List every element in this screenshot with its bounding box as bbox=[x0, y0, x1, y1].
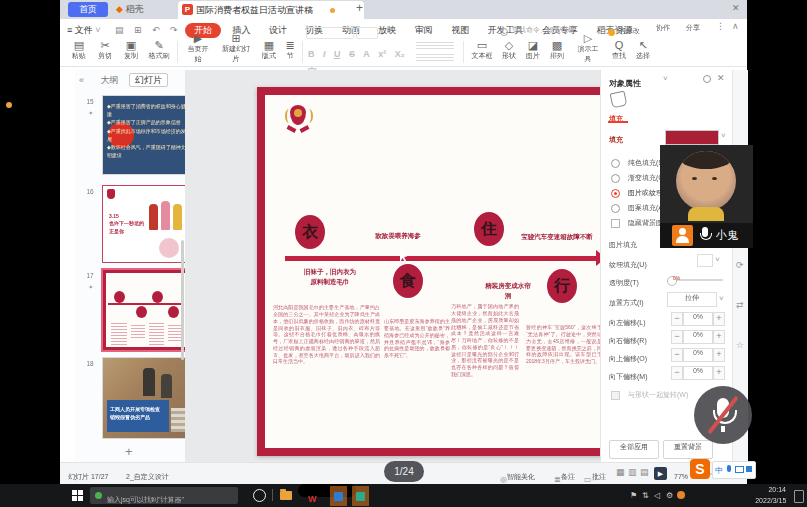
shell-tab[interactable]: ◆ 稻壳 bbox=[116, 2, 143, 17]
thumbnails-scrollbar[interactable] bbox=[181, 240, 184, 360]
sogou-logo[interactable]: S bbox=[690, 459, 710, 479]
format-painter-button[interactable]: ✎ 格式刷 bbox=[144, 39, 174, 65]
radio-picture-texture-fill[interactable] bbox=[611, 189, 620, 198]
star-icon[interactable]: ☆ bbox=[736, 340, 744, 350]
chevron-down-icon[interactable]: ˅ bbox=[663, 74, 668, 83]
tray-settings-icon[interactable]: ⚙ bbox=[666, 491, 673, 500]
pin-icon[interactable] bbox=[703, 75, 711, 83]
offset-left-minus[interactable]: − bbox=[671, 312, 683, 326]
notes-button[interactable]: 备注 bbox=[561, 472, 575, 482]
picture-button[interactable]: ◪ 图片 bbox=[521, 39, 545, 65]
tray-network-icon[interactable]: ⇅ bbox=[642, 491, 649, 500]
underline-button[interactable]: U bbox=[332, 49, 343, 59]
placement-dropdown-icon[interactable]: ˅ bbox=[719, 294, 724, 303]
tray-browser-icon[interactable] bbox=[677, 491, 685, 499]
copy-button[interactable]: ▣ 复制 bbox=[118, 39, 144, 65]
collapse-ribbon-icon[interactable]: ∧ bbox=[732, 21, 739, 31]
align-icons[interactable] bbox=[416, 42, 454, 51]
apply-all-button[interactable]: 全部应用 bbox=[609, 440, 659, 459]
view-sorter-icon[interactable]: ▥ bbox=[628, 467, 637, 477]
file-explorer-icon[interactable] bbox=[280, 491, 292, 500]
subscript-button[interactable]: X₂ bbox=[393, 49, 407, 59]
placement-select[interactable]: 拉伸 bbox=[667, 292, 717, 307]
offset-up-value[interactable]: 0% bbox=[683, 348, 713, 362]
texture-dropdown-icon[interactable]: ˅ bbox=[715, 255, 720, 264]
home-tab[interactable]: 首页 bbox=[68, 2, 108, 17]
window-close-button[interactable]: ✕ bbox=[732, 3, 740, 13]
texture-fill-box[interactable] bbox=[697, 254, 713, 267]
offset-up-minus[interactable]: − bbox=[671, 348, 683, 362]
cut-button[interactable]: ✂ 剪切 bbox=[92, 39, 118, 65]
collapse-panel-button[interactable]: « bbox=[79, 75, 84, 85]
wps-writer-icon[interactable]: W bbox=[308, 494, 317, 504]
play-from-current-button[interactable]: ▶ 当页开始 bbox=[181, 32, 215, 72]
ime-keyboard-icon[interactable] bbox=[735, 466, 744, 473]
menu-item-design[interactable]: 设计 bbox=[262, 22, 294, 39]
radio-pattern-fill[interactable] bbox=[611, 204, 620, 213]
bold-button[interactable]: B bbox=[306, 49, 317, 59]
slide-thumbnail-16[interactable]: 3.15 也许下一秒坑的 正是你 bbox=[103, 186, 191, 262]
collaborate-button[interactable]: 协作 bbox=[656, 23, 670, 33]
offset-right-value[interactable]: 0% bbox=[683, 330, 713, 344]
paste-button[interactable]: ▤ 粘贴 bbox=[66, 39, 92, 65]
section-button[interactable]: ≣ 节 bbox=[281, 39, 299, 65]
superscript-button[interactable]: x² bbox=[376, 49, 388, 59]
transparency-slider[interactable]: 0% bbox=[667, 279, 723, 281]
comments-button[interactable]: 批注 bbox=[592, 472, 606, 482]
italic-button[interactable]: I bbox=[321, 49, 328, 59]
radio-gradient-fill[interactable] bbox=[611, 174, 620, 183]
menu-item-view[interactable]: 视图 bbox=[444, 22, 476, 39]
reset-background-button[interactable]: 重置背景 bbox=[663, 440, 713, 459]
fill-bucket-icon[interactable] bbox=[610, 91, 628, 109]
offset-right-minus[interactable]: − bbox=[671, 330, 683, 344]
app-icon-blue[interactable] bbox=[334, 492, 343, 501]
offset-up-plus[interactable]: + bbox=[713, 348, 725, 362]
document-tab[interactable]: P 国际消费者权益日活动宣讲稿 bbox=[178, 1, 364, 19]
offset-right-plus[interactable]: + bbox=[713, 330, 725, 344]
offset-down-minus[interactable]: − bbox=[671, 366, 683, 380]
close-panel-icon[interactable]: ✕ bbox=[717, 73, 725, 83]
share-button[interactable]: 分享 bbox=[686, 23, 700, 33]
more-menu-icon[interactable]: ⋮ bbox=[716, 21, 725, 31]
slide-thumbnail-18[interactable]: 工商人员开展专项检查 销毁假冒伪劣产品 bbox=[103, 358, 191, 438]
app-icon-teal[interactable] bbox=[356, 492, 365, 501]
muted-mic-button[interactable] bbox=[694, 386, 752, 444]
tray-volume-icon[interactable]: ◁ bbox=[654, 491, 660, 500]
slide-17[interactable]: 衣 食 住 行 敌敌畏喂养海参 宝骏汽车变速箱故障不断 旧袜子，旧内衣为 原料制… bbox=[257, 87, 612, 456]
windows-start-button[interactable] bbox=[72, 490, 83, 501]
layout-button[interactable]: ▦ 版式 bbox=[257, 39, 281, 65]
redo-icon[interactable]: ↷ bbox=[167, 22, 181, 39]
arrange-button[interactable]: ▩ 排列 bbox=[545, 39, 569, 65]
select-button[interactable]: ↖ 选择 bbox=[631, 39, 655, 65]
refresh-icon[interactable]: ⟳ bbox=[736, 260, 744, 270]
taskbar-clock[interactable]: 20:14 2022/3/15 bbox=[742, 486, 786, 507]
slide-thumbnail-17-selected[interactable] bbox=[103, 270, 191, 350]
shapes-button[interactable]: ◇ 形状 bbox=[497, 39, 521, 65]
swap-icon[interactable]: ⇄ bbox=[736, 300, 744, 310]
offset-left-value[interactable]: 0% bbox=[683, 312, 713, 326]
ime-mic-icon[interactable] bbox=[727, 465, 731, 472]
taskbar-search-box[interactable]: 输入jsq可以找到"计算器" bbox=[90, 487, 238, 504]
radio-solid-fill[interactable] bbox=[611, 159, 620, 168]
presentation-tools-button[interactable]: ▷ 演示工具 bbox=[569, 32, 607, 72]
offset-down-value[interactable]: 0% bbox=[683, 366, 713, 380]
checkbox-hide-background[interactable] bbox=[611, 219, 620, 228]
offset-down-plus[interactable]: + bbox=[713, 366, 725, 380]
undo-icon[interactable]: ↶ bbox=[149, 22, 163, 39]
add-slide-button[interactable]: + bbox=[125, 444, 133, 459]
tab-slides[interactable]: 幻灯片 bbox=[129, 73, 168, 87]
strikethrough-button[interactable]: S bbox=[347, 49, 357, 59]
textbox-button[interactable]: ▭ 文本框 bbox=[467, 39, 497, 65]
timeline-node-clothing[interactable]: 衣 bbox=[295, 215, 325, 249]
view-normal-icon[interactable]: ▦ bbox=[616, 467, 625, 477]
new-slide-button[interactable]: ⊞ 新建幻灯片 bbox=[215, 32, 257, 72]
find-button[interactable]: Q 查找 bbox=[607, 39, 631, 65]
print-icon[interactable]: ⊞ bbox=[131, 22, 145, 39]
notification-center-icon[interactable] bbox=[794, 490, 804, 503]
tray-flag-icon[interactable]: ⚑ bbox=[630, 491, 637, 500]
swatch-dropdown-icon[interactable]: ˅ bbox=[721, 131, 726, 140]
ime-toolbox-icon[interactable] bbox=[746, 466, 752, 472]
slide-thumbnail-15[interactable]: ◆严重侵害了消费者的权益和身心健康 ◆严重侵害了正牌产品的形象信誉 ◆严重扰乱市… bbox=[103, 96, 191, 174]
view-reading-icon[interactable]: ▤ bbox=[640, 467, 649, 477]
beautify-button[interactable]: 智能美化 bbox=[507, 472, 535, 482]
